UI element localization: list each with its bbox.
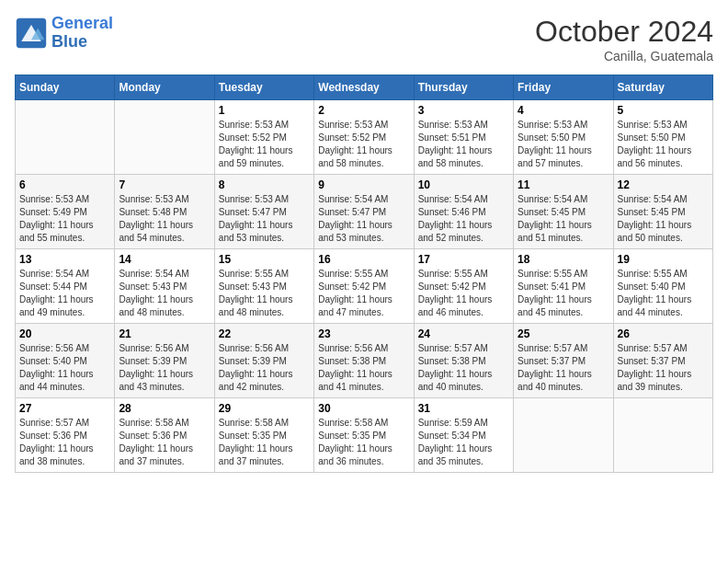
calendar-cell (514, 398, 613, 473)
calendar-cell: 4Sunrise: 5:53 AMSunset: 5:50 PMDaylight… (514, 100, 613, 175)
day-info: Sunrise: 5:59 AMSunset: 5:34 PMDaylight:… (418, 417, 509, 468)
month-title: October 2024 (535, 15, 713, 49)
calendar-week-row: 20Sunrise: 5:56 AMSunset: 5:40 PMDayligh… (16, 324, 713, 398)
logo-icon (15, 17, 48, 50)
day-info: Sunrise: 5:54 AMSunset: 5:43 PMDaylight:… (119, 268, 210, 319)
day-info: Sunrise: 5:58 AMSunset: 5:35 PMDaylight:… (219, 417, 310, 468)
calendar-cell: 3Sunrise: 5:53 AMSunset: 5:51 PMDaylight… (414, 100, 513, 175)
calendar-week-row: 6Sunrise: 5:53 AMSunset: 5:49 PMDaylight… (16, 175, 713, 249)
day-info: Sunrise: 5:53 AMSunset: 5:49 PMDaylight:… (19, 193, 110, 245)
day-number: 20 (19, 327, 110, 340)
calendar-cell: 9Sunrise: 5:54 AMSunset: 5:47 PMDaylight… (314, 175, 414, 249)
calendar-week-row: 27Sunrise: 5:57 AMSunset: 5:36 PMDayligh… (16, 398, 713, 473)
logo: General Blue (15, 15, 113, 52)
calendar-cell: 5Sunrise: 5:53 AMSunset: 5:50 PMDaylight… (613, 100, 712, 175)
day-info: Sunrise: 5:55 AMSunset: 5:40 PMDaylight:… (618, 268, 709, 319)
calendar-cell: 29Sunrise: 5:58 AMSunset: 5:35 PMDayligh… (214, 398, 313, 473)
day-number: 7 (119, 178, 210, 191)
day-info: Sunrise: 5:54 AMSunset: 5:45 PMDaylight:… (618, 193, 709, 245)
day-info: Sunrise: 5:55 AMSunset: 5:42 PMDaylight:… (418, 268, 509, 319)
day-info: Sunrise: 5:53 AMSunset: 5:52 PMDaylight:… (219, 119, 310, 170)
day-info: Sunrise: 5:57 AMSunset: 5:38 PMDaylight:… (418, 342, 509, 394)
calendar-cell: 23Sunrise: 5:56 AMSunset: 5:38 PMDayligh… (314, 324, 414, 398)
day-number: 15 (219, 253, 310, 266)
day-number: 26 (618, 327, 709, 340)
day-number: 14 (119, 253, 210, 266)
day-info: Sunrise: 5:56 AMSunset: 5:40 PMDaylight:… (19, 342, 110, 394)
logo-line2: Blue (51, 32, 87, 51)
calendar-cell: 30Sunrise: 5:58 AMSunset: 5:35 PMDayligh… (314, 398, 414, 473)
logo-text: General Blue (51, 15, 113, 52)
weekday-header: Wednesday (314, 75, 414, 100)
calendar-cell: 12Sunrise: 5:54 AMSunset: 5:45 PMDayligh… (613, 175, 712, 249)
day-number: 21 (119, 327, 210, 340)
weekday-header: Friday (514, 75, 613, 100)
calendar-cell: 8Sunrise: 5:53 AMSunset: 5:47 PMDaylight… (214, 175, 313, 249)
day-number: 5 (618, 104, 709, 117)
day-number: 4 (518, 104, 609, 117)
day-number: 8 (219, 178, 310, 191)
day-number: 25 (518, 327, 609, 340)
calendar-cell: 10Sunrise: 5:54 AMSunset: 5:46 PMDayligh… (414, 175, 513, 249)
weekday-header: Tuesday (214, 75, 313, 100)
calendar-cell: 2Sunrise: 5:53 AMSunset: 5:52 PMDaylight… (314, 100, 414, 175)
day-info: Sunrise: 5:54 AMSunset: 5:44 PMDaylight:… (19, 268, 110, 319)
day-number: 18 (518, 253, 609, 266)
location-subtitle: Canilla, Guatemala (535, 49, 713, 63)
title-block: October 2024 Canilla, Guatemala (535, 15, 713, 63)
calendar-cell: 20Sunrise: 5:56 AMSunset: 5:40 PMDayligh… (16, 324, 115, 398)
day-number: 28 (119, 402, 210, 415)
day-info: Sunrise: 5:58 AMSunset: 5:35 PMDaylight:… (318, 417, 409, 468)
day-info: Sunrise: 5:54 AMSunset: 5:46 PMDaylight:… (418, 193, 509, 245)
day-number: 30 (318, 402, 409, 415)
calendar-cell (115, 100, 214, 175)
day-info: Sunrise: 5:53 AMSunset: 5:52 PMDaylight:… (318, 119, 409, 170)
day-number: 16 (318, 253, 409, 266)
day-info: Sunrise: 5:53 AMSunset: 5:50 PMDaylight:… (518, 119, 609, 170)
weekday-header: Sunday (16, 75, 115, 100)
calendar-cell: 17Sunrise: 5:55 AMSunset: 5:42 PMDayligh… (414, 249, 513, 324)
calendar-table: SundayMondayTuesdayWednesdayThursdayFrid… (15, 75, 713, 473)
day-number: 23 (318, 327, 409, 340)
day-info: Sunrise: 5:53 AMSunset: 5:47 PMDaylight:… (219, 193, 310, 245)
day-info: Sunrise: 5:54 AMSunset: 5:47 PMDaylight:… (318, 193, 409, 245)
day-number: 3 (418, 104, 509, 117)
day-number: 29 (219, 402, 310, 415)
calendar-week-row: 13Sunrise: 5:54 AMSunset: 5:44 PMDayligh… (16, 249, 713, 324)
day-info: Sunrise: 5:53 AMSunset: 5:48 PMDaylight:… (119, 193, 210, 245)
day-number: 27 (19, 402, 110, 415)
day-info: Sunrise: 5:56 AMSunset: 5:39 PMDaylight:… (219, 342, 310, 394)
day-info: Sunrise: 5:57 AMSunset: 5:37 PMDaylight:… (518, 342, 609, 394)
day-number: 22 (219, 327, 310, 340)
calendar-cell: 27Sunrise: 5:57 AMSunset: 5:36 PMDayligh… (16, 398, 115, 473)
calendar-header-row: SundayMondayTuesdayWednesdayThursdayFrid… (16, 75, 713, 100)
day-number: 12 (618, 178, 709, 191)
day-number: 9 (318, 178, 409, 191)
calendar-week-row: 1Sunrise: 5:53 AMSunset: 5:52 PMDaylight… (16, 100, 713, 175)
day-info: Sunrise: 5:55 AMSunset: 5:43 PMDaylight:… (219, 268, 310, 319)
day-number: 19 (618, 253, 709, 266)
calendar-cell: 13Sunrise: 5:54 AMSunset: 5:44 PMDayligh… (16, 249, 115, 324)
day-info: Sunrise: 5:56 AMSunset: 5:38 PMDaylight:… (318, 342, 409, 394)
weekday-header: Thursday (414, 75, 513, 100)
day-info: Sunrise: 5:53 AMSunset: 5:51 PMDaylight:… (418, 119, 509, 170)
calendar-cell: 18Sunrise: 5:55 AMSunset: 5:41 PMDayligh… (514, 249, 613, 324)
logo-line1: General (51, 14, 113, 32)
day-info: Sunrise: 5:55 AMSunset: 5:41 PMDaylight:… (518, 268, 609, 319)
calendar-cell: 11Sunrise: 5:54 AMSunset: 5:45 PMDayligh… (514, 175, 613, 249)
day-info: Sunrise: 5:57 AMSunset: 5:36 PMDaylight:… (19, 417, 110, 468)
calendar-cell: 25Sunrise: 5:57 AMSunset: 5:37 PMDayligh… (514, 324, 613, 398)
calendar-cell: 31Sunrise: 5:59 AMSunset: 5:34 PMDayligh… (414, 398, 513, 473)
day-info: Sunrise: 5:53 AMSunset: 5:50 PMDaylight:… (618, 119, 709, 170)
day-info: Sunrise: 5:55 AMSunset: 5:42 PMDaylight:… (318, 268, 409, 319)
day-number: 17 (418, 253, 509, 266)
calendar-cell: 16Sunrise: 5:55 AMSunset: 5:42 PMDayligh… (314, 249, 414, 324)
calendar-cell: 14Sunrise: 5:54 AMSunset: 5:43 PMDayligh… (115, 249, 214, 324)
page-header: General Blue October 2024 Canilla, Guate… (15, 15, 713, 63)
day-number: 2 (318, 104, 409, 117)
calendar-cell: 6Sunrise: 5:53 AMSunset: 5:49 PMDaylight… (16, 175, 115, 249)
day-number: 31 (418, 402, 509, 415)
calendar-cell: 28Sunrise: 5:58 AMSunset: 5:36 PMDayligh… (115, 398, 214, 473)
calendar-cell: 7Sunrise: 5:53 AMSunset: 5:48 PMDaylight… (115, 175, 214, 249)
calendar-cell: 21Sunrise: 5:56 AMSunset: 5:39 PMDayligh… (115, 324, 214, 398)
